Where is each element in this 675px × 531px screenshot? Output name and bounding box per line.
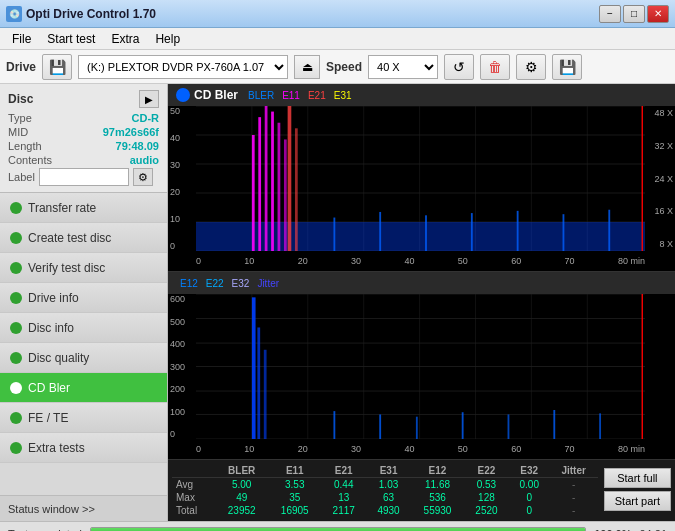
sidebar-item-cd-bler[interactable]: CD Bler — [0, 373, 167, 403]
nav-label: Drive info — [28, 291, 79, 305]
disc-header: Disc ▶ — [8, 90, 159, 108]
legend-jitter-label: Jitter — [257, 278, 279, 289]
sidebar-item-disc-quality[interactable]: Disc quality — [0, 343, 167, 373]
y-label-20: 20 — [170, 187, 194, 197]
menu-help[interactable]: Help — [147, 30, 188, 48]
avg-e22: 0.53 — [464, 478, 509, 492]
sidebar-item-create-test-disc[interactable]: Create test disc — [0, 223, 167, 253]
avg-e31: 1.03 — [366, 478, 411, 492]
chart-top-y-axis-right: 48 X 32 X 24 X 16 X 8 X — [645, 106, 675, 251]
drivebar: Drive 💾 (K:) PLEXTOR DVDR PX-760A 1.07 ⏏… — [0, 50, 675, 84]
legend-e21-label: E21 — [308, 90, 326, 101]
drive-label: Drive — [6, 60, 36, 74]
avg-e32: 0.00 — [509, 478, 550, 492]
app-title: Opti Drive Control 1.70 — [26, 7, 156, 21]
col-e21: E21 — [321, 464, 366, 478]
maximize-button[interactable]: □ — [623, 5, 645, 23]
drive-icon-btn[interactable]: 💾 — [42, 54, 72, 80]
avg-e11: 3.53 — [268, 478, 321, 492]
svg-rect-18 — [278, 123, 281, 251]
type-label: Type — [8, 112, 32, 124]
menu-extra[interactable]: Extra — [103, 30, 147, 48]
start-part-button[interactable]: Start part — [604, 491, 671, 511]
svg-rect-48 — [379, 414, 381, 439]
sidebar-item-transfer-rate[interactable]: Transfer rate — [0, 193, 167, 223]
chart-bottom-x-axis: 0 10 20 30 40 50 60 70 80 min — [196, 439, 645, 459]
svg-rect-17 — [271, 112, 274, 251]
chart-top-y-axis: 50 40 30 20 10 0 — [168, 106, 196, 251]
minimize-button[interactable]: − — [599, 5, 621, 23]
disc-type-row: Type CD-R — [8, 112, 159, 124]
app-icon: 💿 — [6, 6, 22, 22]
menu-start-test[interactable]: Start test — [39, 30, 103, 48]
max-e12: 536 — [411, 491, 464, 504]
eject-button[interactable]: ⏏ — [294, 55, 320, 79]
chart-top-titlebar: CD Bler BLER E11 E21 E31 — [168, 84, 675, 106]
legend-e31-label: E31 — [334, 90, 352, 101]
total-bler: 23952 — [215, 504, 268, 517]
chart-top-title: CD Bler — [194, 88, 238, 102]
svg-rect-23 — [379, 212, 381, 251]
mid-value: 97m26s66f — [103, 126, 159, 138]
chart-icon — [176, 88, 190, 102]
sidebar-item-drive-info[interactable]: Drive info — [0, 283, 167, 313]
svg-rect-47 — [333, 411, 335, 439]
legend-e22-label: E22 — [206, 278, 224, 289]
svg-rect-26 — [517, 211, 519, 251]
refresh-button[interactable]: ↺ — [444, 54, 474, 80]
disc-length-row: Length 79:48.09 — [8, 140, 159, 152]
save-button[interactable]: 💾 — [552, 54, 582, 80]
speed-select[interactable]: 40 X — [368, 55, 438, 79]
elapsed-time: 04:21 — [639, 528, 667, 532]
progress-bar-fill — [91, 528, 585, 532]
svg-rect-46 — [264, 350, 267, 439]
nav-dot — [10, 442, 22, 454]
titlebar: 💿 Opti Drive Control 1.70 − □ ✕ — [0, 0, 675, 28]
drive-select[interactable]: (K:) PLEXTOR DVDR PX-760A 1.07 — [78, 55, 288, 79]
nav-dot — [10, 232, 22, 244]
disc-title: Disc — [8, 92, 33, 106]
menubar: File Start test Extra Help — [0, 28, 675, 50]
stats-max-row: Max 49 35 13 63 536 128 0 - — [172, 491, 598, 504]
svg-rect-51 — [508, 414, 510, 439]
y-label-10: 10 — [170, 214, 194, 224]
nav-label: Extra tests — [28, 441, 85, 455]
nav-label: Transfer rate — [28, 201, 96, 215]
svg-rect-16 — [265, 106, 268, 251]
nav-dot — [10, 412, 22, 424]
sidebar: Disc ▶ Type CD-R MID 97m26s66f Length 79… — [0, 84, 168, 521]
progress-bar-container — [90, 527, 586, 532]
svg-rect-44 — [252, 297, 256, 439]
y-label-0: 0 — [170, 241, 194, 251]
total-e32: 0 — [509, 504, 550, 517]
disc-label-row: Label ⚙ — [8, 168, 159, 186]
close-button[interactable]: ✕ — [647, 5, 669, 23]
y-label-50: 50 — [170, 106, 194, 116]
svg-rect-19 — [284, 139, 287, 251]
avg-bler: 5.00 — [215, 478, 268, 492]
chart-top-x-axis: 0 10 20 30 40 50 60 70 80 min — [196, 251, 645, 271]
label-input[interactable] — [39, 168, 129, 186]
sidebar-item-fe-te[interactable]: FE / TE — [0, 403, 167, 433]
start-full-button[interactable]: Start full — [604, 468, 671, 488]
legend-e32-label: E32 — [232, 278, 250, 289]
sidebar-item-disc-info[interactable]: Disc info — [0, 313, 167, 343]
settings-button[interactable]: ⚙ — [516, 54, 546, 80]
sidebar-item-verify-test-disc[interactable]: Verify test disc — [0, 253, 167, 283]
window-controls: − □ ✕ — [599, 5, 669, 23]
sidebar-nav: Transfer rate Create test disc Verify te… — [0, 193, 167, 495]
nav-label: FE / TE — [28, 411, 68, 425]
erase-button[interactable]: 🗑 — [480, 54, 510, 80]
menu-file[interactable]: File — [4, 30, 39, 48]
nav-label: Create test disc — [28, 231, 111, 245]
total-e22: 2520 — [464, 504, 509, 517]
avg-jitter: - — [550, 478, 598, 492]
nav-label: Verify test disc — [28, 261, 105, 275]
status-window-button[interactable]: Status window >> — [0, 495, 167, 521]
length-value: 79:48.09 — [116, 140, 159, 152]
disc-arrow-button[interactable]: ▶ — [139, 90, 159, 108]
label-icon-button[interactable]: ⚙ — [133, 168, 153, 186]
svg-rect-21 — [295, 128, 298, 251]
chart-bottom-area: 600 500 400 300 200 100 0 0 10 20 30 40 … — [168, 294, 675, 459]
sidebar-item-extra-tests[interactable]: Extra tests — [0, 433, 167, 463]
